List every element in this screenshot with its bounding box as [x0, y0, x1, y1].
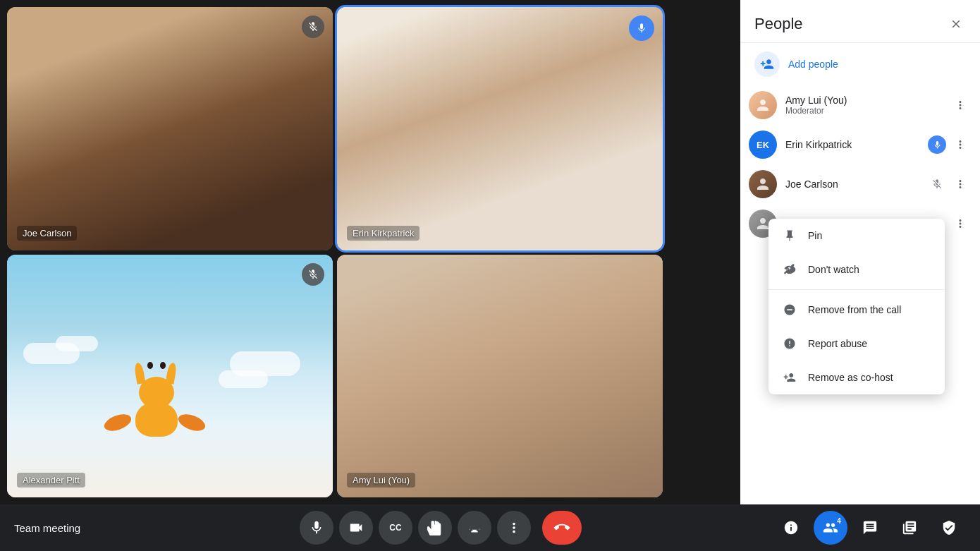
video-tile-erin[interactable]: Erin Kirkpatrick	[337, 7, 663, 250]
avatar-amy	[749, 91, 777, 119]
video-tile-alex[interactable]: Alexander Pitt	[7, 255, 333, 498]
participant-label-erin: Erin Kirkpatrick	[347, 226, 419, 241]
more-options-amy[interactable]	[949, 94, 972, 116]
remove-cohost-icon	[783, 370, 797, 385]
panel-title: People	[754, 15, 803, 33]
context-menu: Pin Don't watch Remove from the call	[768, 219, 945, 394]
menu-item-report-abuse[interactable]: Report abuse	[768, 327, 945, 361]
chat-button[interactable]	[853, 511, 887, 545]
participant-item-joe: Joe Carlson	[740, 164, 980, 204]
participant-label-joe: Joe Carlson	[17, 226, 77, 241]
participant-label-amy: Amy Lui (You)	[347, 473, 415, 488]
captions-button[interactable]: CC	[379, 511, 412, 545]
participant-info-joe: Joe Carlson	[785, 178, 919, 190]
security-button[interactable]	[932, 511, 966, 545]
menu-item-report-abuse-label: Report abuse	[808, 338, 867, 349]
add-people-label: Add people	[788, 59, 838, 70]
menu-item-pin-label: Pin	[808, 230, 822, 241]
participant-role-amy: Moderator	[785, 106, 941, 116]
camera-button[interactable]	[339, 511, 373, 545]
menu-item-dont-watch-label: Don't watch	[808, 264, 859, 275]
video-tile-joe[interactable]: Joe Carlson	[7, 7, 333, 250]
video-tile-amy[interactable]: Amy Lui (You)	[337, 255, 663, 498]
meeting-title: Team meeting	[14, 522, 113, 534]
report-abuse-icon	[783, 337, 797, 351]
avatar-erin: EK	[749, 131, 777, 159]
bottom-toolbar: Team meeting CC	[0, 504, 980, 551]
menu-item-remove-call-label: Remove from the call	[808, 304, 901, 315]
mic-button[interactable]	[300, 511, 333, 545]
people-badge: 4	[833, 515, 845, 526]
menu-divider-1	[768, 289, 945, 290]
participant-item-amy: Amy Lui (You) Moderator	[740, 85, 980, 125]
participant-item-erin: EK Erin Kirkpatrick	[740, 125, 980, 164]
more-options-erin[interactable]	[949, 133, 972, 156]
participant-info-erin: Erin Kirkpatrick	[785, 139, 919, 150]
participant-actions-amy	[949, 94, 972, 116]
menu-item-pin[interactable]: Pin	[768, 219, 945, 253]
mute-badge-joe	[928, 175, 946, 193]
participant-label-alex: Alexander Pitt	[17, 473, 85, 488]
present-button[interactable]	[458, 511, 491, 545]
menu-item-dont-watch[interactable]: Don't watch	[768, 253, 945, 286]
participant-actions-erin	[928, 133, 972, 156]
more-options-alex[interactable]	[949, 212, 972, 235]
more-options-button[interactable]	[497, 511, 531, 545]
more-options-joe[interactable]	[949, 173, 972, 195]
participant-actions-joe	[928, 173, 972, 195]
video-grid: Joe Carlson Erin Kirkpatrick	[0, 0, 670, 504]
info-button[interactable]	[774, 511, 808, 545]
speaking-badge-erin	[928, 135, 946, 154]
menu-item-remove-call[interactable]: Remove from the call	[768, 293, 945, 327]
pin-icon	[783, 229, 797, 243]
tile-mute-icon-joe	[302, 16, 324, 38]
participant-name-joe: Joe Carlson	[785, 178, 919, 190]
add-people-button[interactable]: Add people	[740, 43, 980, 85]
avatar-joe	[749, 170, 777, 198]
activities-button[interactable]	[893, 511, 926, 545]
end-call-button[interactable]	[542, 511, 582, 545]
dont-watch-icon	[783, 262, 797, 277]
close-panel-button[interactable]	[943, 11, 969, 37]
remove-call-icon	[783, 303, 797, 317]
tile-mute-icon-alex	[302, 263, 324, 286]
participant-name-amy: Amy Lui (You)	[785, 95, 941, 106]
raise-hand-button[interactable]	[418, 511, 452, 545]
tile-speaking-icon-erin	[629, 16, 654, 41]
participant-name-erin: Erin Kirkpatrick	[785, 139, 919, 150]
participant-info-amy: Amy Lui (You) Moderator	[785, 95, 941, 116]
toolbar-right: 4	[774, 511, 966, 545]
panel-header: People	[740, 0, 980, 43]
menu-item-remove-cohost-label: Remove as co-host	[808, 372, 893, 383]
toolbar-center: CC	[113, 511, 774, 545]
people-button[interactable]: 4	[814, 511, 847, 545]
people-panel: People Add people Amy Lui (You) Moderat	[740, 0, 980, 504]
menu-item-remove-cohost[interactable]: Remove as co-host	[768, 361, 945, 394]
